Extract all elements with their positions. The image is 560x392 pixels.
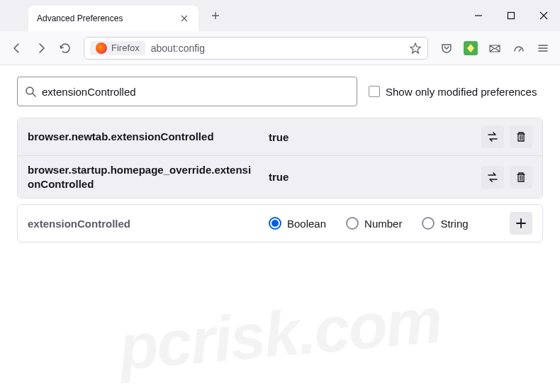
delete-button[interactable] [510,125,532,148]
create-preference-row: extensionControlled Boolean Number Strin… [17,204,543,242]
type-label: Boolean [287,218,326,230]
type-label: Number [364,218,402,230]
radio-icon [422,217,435,230]
back-button[interactable] [6,37,28,60]
preference-actions [481,125,532,148]
identity-label: Firefox [111,43,140,53]
search-row: Show only modified preferences [17,77,543,106]
type-string[interactable]: String [422,217,468,230]
add-button[interactable] [510,212,532,235]
search-icon [25,86,36,97]
identity-box[interactable]: Firefox [90,41,145,55]
extension-icon[interactable] [459,37,482,60]
type-number[interactable]: Number [346,217,402,230]
svg-rect-0 [508,13,515,19]
window-controls [462,0,560,31]
new-tab-button[interactable] [204,4,227,27]
url-text: about:config [151,43,403,54]
checkbox-icon [369,86,380,97]
menu-button[interactable] [532,37,554,60]
pocket-icon[interactable] [435,37,458,60]
minimize-button[interactable] [462,0,495,31]
preferences-list: browser.newtab.extensionControlled true … [17,118,543,198]
tab-area: Advanced Preferences [0,0,227,31]
modified-only-checkbox[interactable]: Show only modified preferences [369,86,537,98]
titlebar: Advanced Preferences [0,0,560,31]
checkbox-label: Show only modified preferences [386,86,537,98]
bookmark-star-icon[interactable] [409,42,422,55]
watermark: pcrisk.com [116,284,444,384]
forward-button[interactable] [30,37,52,60]
mail-icon[interactable] [483,37,506,60]
content-area: Show only modified preferences browser.n… [0,65,560,254]
preference-actions [481,166,532,189]
toggle-button[interactable] [481,125,504,148]
tab-title: Advanced Preferences [37,13,173,23]
toolbar: Firefox about:config [0,31,560,65]
preference-value: true [269,171,467,183]
close-tab-icon[interactable] [179,13,190,24]
search-box[interactable] [17,77,357,106]
browser-tab[interactable]: Advanced Preferences [28,6,198,31]
dashboard-icon[interactable] [508,37,530,60]
close-window-button[interactable] [527,0,560,31]
delete-button[interactable] [510,166,532,189]
search-input[interactable] [42,86,349,98]
type-boolean[interactable]: Boolean [269,217,326,230]
toggle-button[interactable] [481,166,504,189]
radio-icon [346,217,359,230]
type-options: Boolean Number String [269,217,495,230]
preference-name: browser.startup.homepage_override.extens… [28,163,254,191]
maximize-button[interactable] [495,0,527,31]
preference-row[interactable]: browser.startup.homepage_override.extens… [18,156,542,198]
radio-icon [269,217,281,230]
preference-row[interactable]: browser.newtab.extensionControlled true [18,118,542,156]
reload-button[interactable] [54,37,77,60]
toolbar-right [435,37,554,60]
create-name: extensionControlled [28,218,254,230]
url-bar[interactable]: Firefox about:config [84,37,428,60]
preference-value: true [269,131,467,143]
firefox-logo-icon [96,43,107,54]
preference-name: browser.newtab.extensionControlled [28,130,254,144]
type-label: String [440,218,468,230]
